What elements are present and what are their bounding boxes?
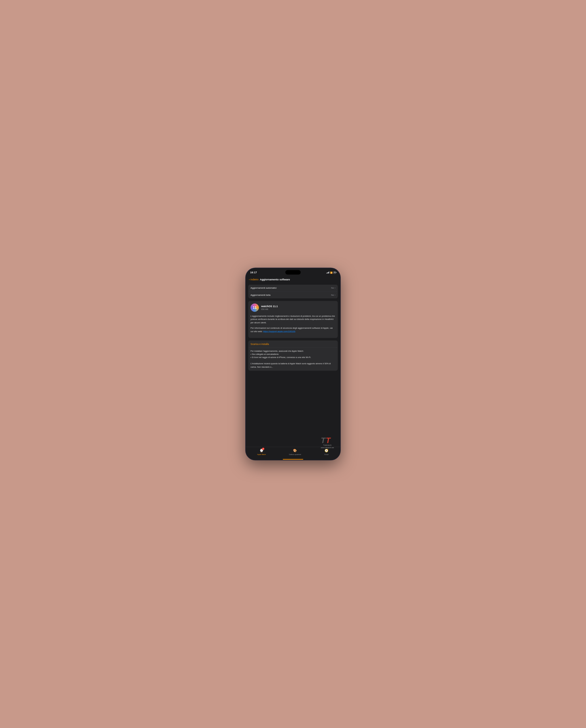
chevron-right-icon-2: › (335, 294, 336, 296)
tab-gallery-label: Galleria quadranti (289, 454, 301, 455)
home-bar (283, 459, 303, 459)
wifi-icon: 📶 (330, 272, 332, 274)
gallery-icon: 🎨 (293, 449, 297, 452)
auto-updates-row[interactable]: Aggiornamenti automatici No › (248, 285, 338, 292)
tab-discover-icon-wrapper: 🧭 (324, 448, 329, 453)
watermark-url: www.tuttotech.net (321, 447, 334, 449)
tab-apple-watch-label: Apple Watch (257, 454, 266, 455)
battery-indicator: 65 (334, 271, 336, 274)
tab-badge: 1 (262, 448, 264, 450)
status-icons: 📶 65 (326, 271, 336, 274)
download-body: Per installare l'aggiornamento, assicura… (248, 348, 338, 371)
chevron-right-icon: › (335, 287, 336, 289)
tab-gallery-icon-wrapper: 🎨 (293, 448, 297, 453)
beta-updates-value: No › (331, 294, 335, 296)
back-label: Indietro (250, 278, 259, 281)
navigation-bar: ‹ Indietro Aggiornamento software (246, 276, 341, 283)
update-header: 11 watchOS 11.1 656 MB (251, 303, 336, 312)
tuttotech-logo-t2: T (326, 436, 330, 445)
discover-icon: 🧭 (324, 449, 328, 452)
tab-apple-watch[interactable]: ⌚ 1 Apple Watch (257, 448, 266, 455)
download-title: Scarica e installa (251, 343, 269, 345)
phone-screen: 16:17 📶 65 (246, 268, 341, 460)
chevron-left-icon: ‹ (249, 278, 250, 281)
dynamic-island (285, 270, 301, 275)
update-version: watchOS 11.1 (261, 305, 278, 308)
tuttotech-logo-t1: T (321, 436, 325, 445)
download-card: Scarica e installa Per installare l'aggi… (248, 341, 338, 371)
update-description-2: Per informazioni sul contenuto di sicure… (251, 326, 336, 333)
tab-apple-watch-icon-wrapper: ⌚ 1 (259, 448, 264, 453)
auto-updates-label: Aggiornamenti automatici (251, 287, 276, 289)
update-description-1: L'aggiornamento include miglioramenti e … (251, 314, 336, 324)
tab-gallery[interactable]: 🎨 Galleria quadranti (289, 448, 301, 455)
phone-device: 16:17 📶 65 (246, 268, 341, 460)
back-button[interactable]: ‹ Indietro (249, 278, 259, 281)
home-indicator (246, 459, 341, 460)
beta-updates-row[interactable]: Aggiornamenti beta No › (248, 292, 338, 298)
support-link[interactable]: https://support.apple.com/100100 (263, 330, 296, 333)
update-card: 11 watchOS 11.1 656 MB L'aggiornamento i… (248, 301, 338, 338)
status-time: 16:17 (250, 271, 257, 274)
tuttotech-brand: T T Tuttctech www.tuttotech.net (321, 436, 334, 449)
tab-discover-label: Scopri (324, 454, 328, 455)
tab-discover[interactable]: 🧭 Scopri (324, 448, 329, 455)
download-header[interactable]: Scarica e installa (248, 341, 338, 348)
signal-icon (326, 272, 329, 273)
battery-level: 65 (334, 271, 336, 274)
settings-card: Aggiornamenti automatici No › Aggiorname… (248, 285, 338, 298)
download-body-text: Per installare l'aggiornamento, assicura… (251, 350, 336, 369)
auto-updates-value: No › (331, 287, 335, 289)
tab-bar: ⌚ 1 Apple Watch 🎨 Galleria quadranti (246, 447, 341, 459)
page-wrapper: 16:17 📶 65 (0, 0, 586, 728)
update-info: watchOS 11.1 656 MB (261, 305, 278, 310)
update-size: 656 MB (261, 308, 278, 310)
scale-wrapper: 16:17 📶 65 (246, 268, 341, 460)
page-title: Aggiornamento software (260, 278, 290, 281)
scroll-content[interactable]: Aggiornamenti automatici No › Aggiorname… (246, 283, 341, 447)
watchos-icon: 11 (251, 303, 259, 312)
beta-updates-label: Aggiornamenti beta (251, 294, 270, 296)
